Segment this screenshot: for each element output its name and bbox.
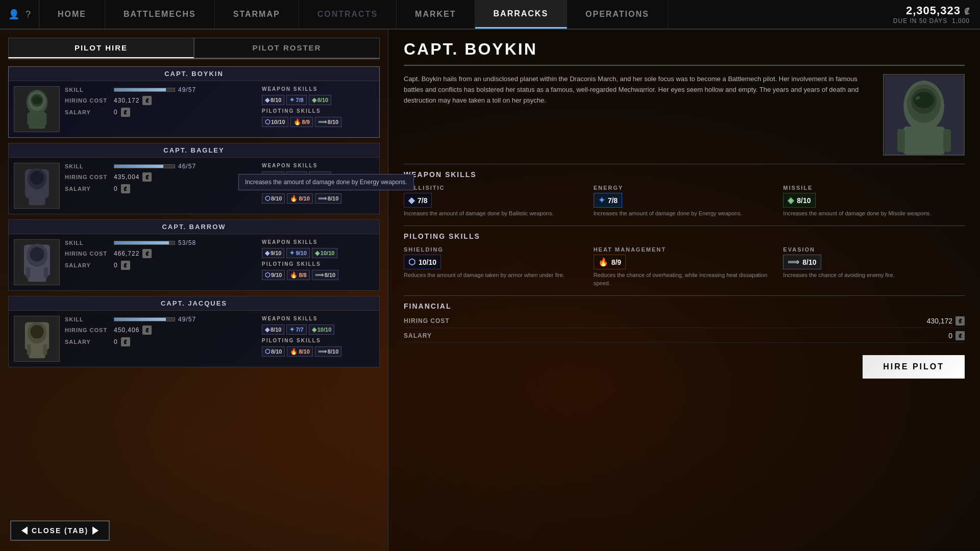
missile-badge: ◈ 8/10 bbox=[309, 95, 331, 105]
nav-tab-contracts[interactable]: CONTRACTS bbox=[299, 0, 397, 29]
pilot-card-jacques[interactable]: CAPT. JACQUES SKILL bbox=[8, 296, 380, 367]
pilot-card-header-boykin: CAPT. BOYKIN bbox=[9, 67, 379, 81]
panel-tabs: PILOT HIRE PILOT ROSTER bbox=[8, 38, 380, 59]
triangle-left-icon bbox=[21, 527, 28, 535]
svg-rect-4 bbox=[29, 112, 45, 129]
missile-detail: MISSILE ◈ 8/10 Increases the amount of d… bbox=[783, 185, 965, 217]
energy-label: ENERGY bbox=[594, 185, 775, 191]
svg-rect-14 bbox=[28, 270, 46, 282]
main-content: PILOT HIRE PILOT ROSTER CAPT. BOYKIN bbox=[0, 30, 980, 551]
salary-row-jacques: SALARY 0 ₡ bbox=[65, 337, 257, 346]
ballistic-badge-barrow: ◆ 9/10 bbox=[262, 248, 284, 258]
piloting-skills-grid: SHIELDING ⬡ 10/10 Reduces the amount of … bbox=[404, 246, 965, 287]
missile-badge-jacques: ◈ 10/10 bbox=[309, 324, 335, 335]
nav-tab-home[interactable]: HOME bbox=[39, 0, 105, 29]
hiring-cost-row: HIRING COST 430,172 ₡ bbox=[404, 316, 965, 328]
evasion-badge-jacques: ⟹ 8/10 bbox=[315, 346, 341, 357]
help-icon[interactable]: ? bbox=[26, 9, 31, 20]
hire-pilot-button[interactable]: HIRE PILOT bbox=[863, 355, 965, 379]
piloting-skills-row-bagley: ⬡ 8/10 🔥 8/10 ⟹ 8/10 bbox=[262, 193, 374, 204]
heat-desc: Reduces the chance of overheating, while… bbox=[594, 271, 775, 287]
nav-tab-operations[interactable]: OPERATIONS bbox=[567, 0, 668, 29]
nav-bar: 👤 ? HOME BATTLEMECHS STARMAP CONTRACTS M… bbox=[0, 0, 980, 30]
shielding-value-badge: ⬡ 10/10 bbox=[404, 255, 441, 269]
evasion-label: EVASION bbox=[783, 246, 965, 253]
weapon-skills-header-barrow: WEAPON SKILLS bbox=[262, 239, 374, 245]
nav-tab-barracks[interactable]: BARRACKS bbox=[475, 0, 568, 29]
skill-bar-barrow bbox=[114, 241, 175, 245]
nav-tab-starmap[interactable]: STARMAP bbox=[215, 0, 299, 29]
svg-rect-16 bbox=[43, 267, 48, 278]
heat-detail: HEAT MANAGEMENT 🔥 8/9 Reduces the chance… bbox=[594, 246, 775, 287]
triangle-right-icon bbox=[92, 527, 99, 535]
salary-value: 0 ₡ bbox=[948, 331, 965, 340]
skill-row-bagley: SKILL 46/57 bbox=[65, 163, 257, 170]
weapon-skills-header-bagley: WEAPON SKILLS bbox=[262, 163, 374, 168]
piloting-skills-title: PILOTING SKILLS bbox=[404, 232, 965, 240]
weapon-skills-row-barrow: ◆ 9/10 ✦ 9/10 ◈ 10/10 bbox=[262, 248, 374, 258]
svg-rect-6 bbox=[42, 113, 46, 125]
energy-desc: Increases the amount of damage done by E… bbox=[594, 210, 775, 217]
tab-pilot-roster[interactable]: PILOT ROSTER bbox=[194, 38, 380, 58]
weapon-skills-grid: BALLISITIC ◆ 7/8 Increases the amount of… bbox=[404, 185, 965, 217]
weapon-skills-row-bagley: ◆ 7/10 ✦ 7/7 ◈ 8/10 bbox=[262, 171, 374, 182]
piloting-skills-row-jacques: ⬡ 8/10 🔥 8/10 ⟹ 8/10 bbox=[262, 346, 374, 357]
heat-label: HEAT MANAGEMENT bbox=[594, 246, 775, 253]
hire-row-bagley: HIRING COST 435,004 ₡ bbox=[65, 172, 257, 182]
svg-rect-28 bbox=[903, 127, 945, 155]
shield-badge-bagley: ⬡ 8/10 bbox=[262, 193, 285, 204]
piloting-skills-row-boykin: ⬡ 10/10 🔥 8/9 ⟹ 8/10 bbox=[262, 117, 374, 127]
left-panel: PILOT HIRE PILOT ROSTER CAPT. BOYKIN bbox=[0, 30, 388, 551]
salary-row: SALARY 0 ₡ bbox=[404, 331, 965, 343]
missile-label: MISSILE bbox=[783, 185, 965, 191]
salary-row-boykin: SALARY 0 ₡ bbox=[65, 108, 257, 117]
pilot-bio-text: Capt. Boykin hails from an undisclosed p… bbox=[404, 74, 873, 106]
close-button[interactable]: CLOSE (TAB) bbox=[10, 520, 110, 541]
salary-row-barrow: SALARY 0 ₡ bbox=[65, 261, 257, 270]
energy-badge-bagley: ✦ 7/7 bbox=[286, 171, 306, 182]
pilot-bio-section: Capt. Boykin hails from an undisclosed p… bbox=[404, 74, 965, 156]
skill-row-barrow: SKILL 53/58 bbox=[65, 239, 257, 246]
pilot-portrait bbox=[883, 74, 965, 156]
weapon-skills-header-jacques: WEAPON SKILLS bbox=[262, 316, 374, 321]
financial-grid: HIRING COST 430,172 ₡ SALARY 0 ₡ bbox=[404, 316, 965, 343]
evasion-badge-barrow: ⟹ 8/10 bbox=[312, 270, 338, 280]
skill-row-jacques: SKILL 49/57 bbox=[65, 316, 257, 323]
piloting-skills-header-bagley: PILOTING SKILLS bbox=[262, 185, 374, 190]
missile-badge-barrow: ◈ 10/10 bbox=[312, 248, 338, 258]
evasion-badge: ⟹ 8/10 bbox=[315, 117, 341, 127]
pilot-avatar-boykin bbox=[14, 86, 60, 132]
weapon-skills-title: WEAPON SKILLS bbox=[404, 170, 965, 179]
evasion-detail: EVASION ⟹ 8/10 Increases the chance of a… bbox=[783, 246, 965, 287]
pilot-card-body-bagley: SKILL 46/57 HIRING COST 435,004 ₡ bbox=[9, 158, 379, 214]
pilot-avatar-jacques bbox=[14, 316, 60, 362]
svg-rect-10 bbox=[29, 193, 45, 205]
nav-tab-battlemechs[interactable]: BATTLEMECHS bbox=[105, 0, 215, 29]
ballistic-detail: BALLISITIC ◆ 7/8 Increases the amount of… bbox=[404, 185, 585, 217]
pilot-card-boykin[interactable]: CAPT. BOYKIN SKILL bbox=[8, 66, 380, 138]
tab-pilot-hire[interactable]: PILOT HIRE bbox=[8, 38, 194, 58]
missile-value-badge: ◈ 8/10 bbox=[783, 193, 815, 208]
weapon-skills-header-boykin: WEAPON SKILLS bbox=[262, 86, 374, 92]
svg-rect-21 bbox=[27, 344, 31, 355]
hire-row-jacques: HIRING COST 450,406 ₡ bbox=[65, 325, 257, 335]
pilot-card-barrow[interactable]: CAPT. BARROW SKILL bbox=[8, 219, 380, 291]
hiring-cost-label: HIRING COST bbox=[404, 317, 450, 324]
svg-point-19 bbox=[30, 325, 43, 338]
shield-badge: ⬡ 10/10 bbox=[262, 117, 288, 127]
right-panel: CAPT. BOYKIN Capt. Boykin hails from an … bbox=[388, 30, 980, 551]
svg-point-27 bbox=[914, 92, 934, 108]
evasion-value-badge: ⟹ 8/10 bbox=[783, 255, 821, 269]
heat-badge-barrow: 🔥 8/8 bbox=[287, 270, 309, 280]
user-icon[interactable]: 👤 bbox=[8, 9, 19, 20]
shielding-desc: Reduces the amount of damage taken by ar… bbox=[404, 271, 585, 279]
pilot-avatar-barrow bbox=[14, 239, 60, 285]
shielding-label: SHIELDING bbox=[404, 246, 585, 253]
nav-tab-market[interactable]: MARKET bbox=[397, 0, 475, 29]
pilot-card-body-jacques: SKILL 49/57 HIRING COST 450,406 ₡ bbox=[9, 311, 379, 367]
svg-rect-29 bbox=[897, 129, 905, 152]
salary-row-bagley: SALARY 0 ₡ bbox=[65, 184, 257, 193]
svg-point-3 bbox=[32, 96, 42, 104]
pilot-card-bagley[interactable]: CAPT. BAGLEY SKILL bbox=[8, 143, 380, 214]
hire-row-boykin: HIRING COST 430,172 ₡ bbox=[65, 96, 257, 105]
